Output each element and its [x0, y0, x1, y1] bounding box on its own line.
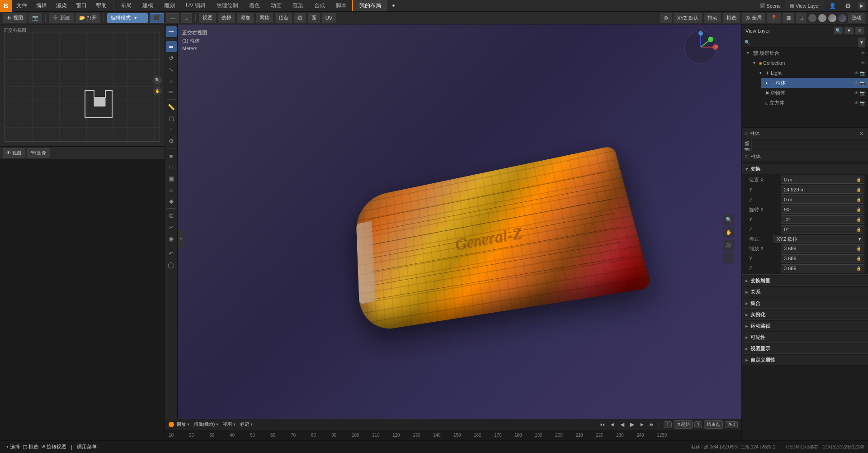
- workspace-render[interactable]: 渲染: [287, 0, 309, 11]
- workspace-sculpt[interactable]: 雕刻: [159, 0, 180, 11]
- nav-gizmo-container[interactable]: X Y Z: [683, 29, 719, 65]
- shading-render[interactable]: [838, 14, 846, 22]
- tool-bevel[interactable]: ◆: [166, 196, 177, 206]
- viewport-display-header[interactable]: ▸ 视图显示: [742, 343, 868, 353]
- pos-z-field[interactable]: 0 m 🔒: [781, 196, 864, 204]
- btn-play[interactable]: ▶: [628, 420, 636, 429]
- status-box-btn[interactable]: ▢ 框选: [23, 443, 38, 450]
- outliner-empty[interactable]: ✖ 空物体 👁 📷: [755, 88, 868, 98]
- vp-hand[interactable]: ✋: [723, 227, 734, 238]
- right-panel-collapse[interactable]: ▶: [858, 2, 865, 10]
- transform-delta-header[interactable]: ▸ 变换增量: [742, 276, 868, 286]
- vp-camera[interactable]: 🎥: [723, 240, 734, 251]
- workspace-layout[interactable]: 布局: [115, 0, 137, 11]
- pivot-btn[interactable]: ◎ 全局: [742, 13, 765, 23]
- rot-y-field[interactable]: -0° 🔒: [781, 215, 864, 224]
- props-close-btn[interactable]: ✕: [859, 130, 864, 137]
- 3d-viewport[interactable]: 正交右视图 (1) 柱体 Meters: [178, 24, 741, 453]
- collections-header[interactable]: ▸ 集合: [742, 298, 868, 308]
- relations-header[interactable]: ▸ 关系: [742, 287, 868, 297]
- tool-add-cube2[interactable]: □: [166, 162, 177, 172]
- scene-eye-icon[interactable]: 👁: [861, 51, 865, 56]
- tool-box-select[interactable]: ▢: [166, 113, 177, 124]
- workspace-add[interactable]: +: [387, 0, 400, 11]
- tool-measure[interactable]: 📏: [166, 101, 177, 112]
- image-btn[interactable]: 📷: [28, 13, 42, 23]
- workspace-scripting[interactable]: 脚本: [330, 0, 352, 11]
- btn-jump-end[interactable]: ⏭: [648, 420, 656, 429]
- status-select-btn[interactable]: ⭢ 选择: [4, 443, 20, 450]
- face-menu[interactable]: 面: [308, 13, 320, 23]
- pos-y-field[interactable]: 24.929 m 🔒: [781, 186, 864, 194]
- workspace-texture[interactable]: 纹理绘制: [211, 0, 244, 11]
- snap-btn[interactable]: 📍: [767, 13, 781, 23]
- view-layer-selector[interactable]: ▦ View Layer: [785, 0, 825, 11]
- btn-jump-start[interactable]: ⏮: [598, 420, 606, 429]
- view-dropdown[interactable]: 视图 ▾: [223, 421, 236, 428]
- btn-next-frame[interactable]: ►: [638, 420, 646, 429]
- outliner-scene-collection[interactable]: ▾ 🎬 场景集合 👁: [742, 48, 868, 58]
- view-menu[interactable]: 视图: [199, 13, 216, 23]
- transform-btn[interactable]: 拖动: [704, 13, 721, 23]
- menu-edit[interactable]: 编辑: [32, 0, 52, 11]
- tool-poly-build[interactable]: ◉: [166, 233, 177, 244]
- workspace-active[interactable]: 我的布局: [352, 0, 387, 11]
- playback-mode-dropdown[interactable]: 回放 ▾: [177, 421, 189, 428]
- cube-eye-icon[interactable]: 👁: [854, 100, 859, 105]
- props-tab-scene[interactable]: 🎬: [743, 141, 751, 146]
- tool-annotate[interactable]: ✏: [166, 86, 177, 97]
- options-btn[interactable]: 选项: [848, 13, 865, 23]
- rot-x-field[interactable]: 90° 🔒: [781, 205, 864, 214]
- tool-move[interactable]: ⬌: [166, 41, 177, 52]
- outliner-filter[interactable]: ▼: [858, 38, 865, 48]
- nav-gizmo[interactable]: X Y Z: [683, 29, 719, 65]
- menu-help[interactable]: 帮助: [91, 0, 111, 11]
- status-apply-menu[interactable]: 调用菜单: [77, 443, 97, 450]
- outliner-light[interactable]: ▾ ☀ Light 👁 📷: [755, 68, 868, 78]
- workspace-modeling[interactable]: 建模: [137, 0, 159, 11]
- edge-menu[interactable]: 边: [294, 13, 306, 23]
- tool-select[interactable]: ⭢: [166, 26, 177, 37]
- workspace-animation[interactable]: 动画: [265, 0, 287, 11]
- edit-mode-dropdown[interactable]: 编辑模式 ▾: [107, 13, 148, 23]
- light-eye-icon[interactable]: 👁: [854, 71, 859, 76]
- transform-mode-btn[interactable]: 框选: [723, 13, 740, 23]
- app-logo[interactable]: B: [0, 0, 12, 12]
- xray-btn[interactable]: □: [796, 13, 807, 23]
- outliner-cylinder[interactable]: ▸ □ 柱体 👁 📷: [761, 78, 868, 88]
- markers-dropdown[interactable]: 标记 ▾: [240, 421, 253, 428]
- menu-file[interactable]: 文件: [12, 0, 32, 11]
- tool-inset[interactable]: ⌂: [166, 184, 177, 195]
- vp-grid[interactable]: ⋮: [723, 253, 734, 263]
- uv-menu[interactable]: UV: [322, 13, 336, 23]
- user-icon[interactable]: 👤: [825, 0, 840, 11]
- frame-end-num[interactable]: 250: [725, 421, 738, 428]
- vertex-mode-btn[interactable]: ⬛: [150, 13, 164, 23]
- frame-start-num[interactable]: 1: [694, 421, 703, 428]
- empty-eye-icon[interactable]: 👁: [854, 91, 859, 95]
- left-image-btn[interactable]: 📷 图像: [27, 148, 50, 158]
- outliner-search-bar[interactable]: 🔍: [745, 40, 750, 45]
- workspace-shading[interactable]: 着色: [244, 0, 265, 11]
- custom-props-header[interactable]: ▸ 自定义属性: [742, 355, 868, 365]
- btn-play-reverse[interactable]: ◀: [618, 420, 626, 429]
- add-menu[interactable]: 添加: [237, 13, 254, 23]
- vertex-menu[interactable]: 顶点: [275, 13, 292, 23]
- outliner-cube[interactable]: □ 立方体 👁 📷: [755, 98, 868, 108]
- status-rotate-btn[interactable]: ↺ 旋转视图: [41, 443, 66, 450]
- tool-extrude[interactable]: ▣: [166, 173, 177, 184]
- tool-knife[interactable]: ✂: [166, 222, 177, 233]
- menu-window[interactable]: 窗口: [71, 0, 91, 11]
- cylinder-eye-icon[interactable]: 👁: [854, 81, 859, 86]
- right-panel-close-btn[interactable]: ✕: [855, 27, 864, 34]
- mini-hand-btn[interactable]: ✋: [153, 86, 162, 95]
- tool-add-cube[interactable]: ■: [166, 150, 177, 161]
- new-btn[interactable]: ➕ 新建: [49, 13, 74, 23]
- tool-lasso[interactable]: ⚙: [166, 135, 177, 146]
- tool-circle-select[interactable]: ○: [166, 124, 177, 135]
- tool-spin[interactable]: ↶: [166, 248, 177, 259]
- shading-wire[interactable]: [808, 14, 816, 22]
- workspace-uv[interactable]: UV 编辑: [180, 0, 211, 11]
- coord-system-btn[interactable]: XYZ 默认: [674, 13, 702, 23]
- btn-prev-frame[interactable]: ◄: [608, 420, 616, 429]
